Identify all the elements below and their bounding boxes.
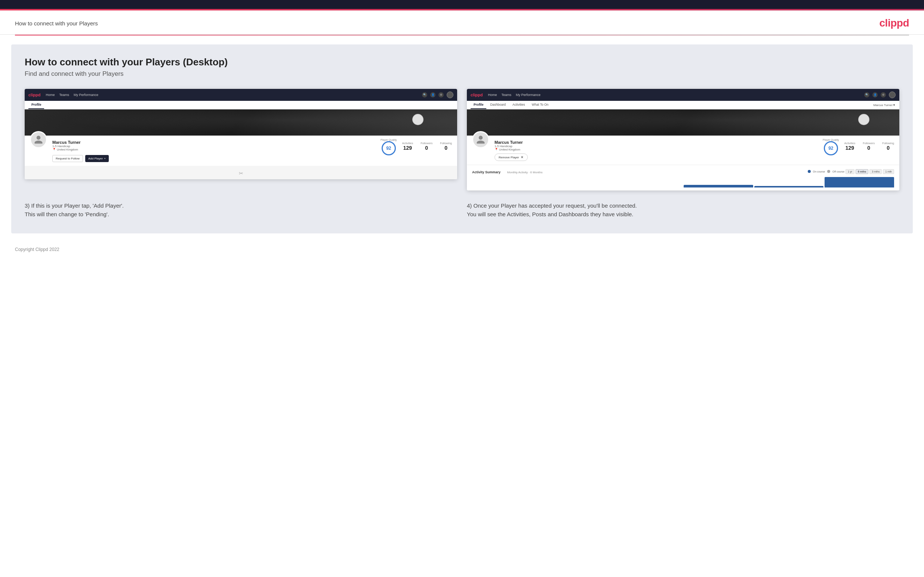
mock-banner-1 [25, 110, 457, 135]
bar-4 [684, 185, 753, 187]
settings-icon-1: ⚙ [438, 92, 444, 97]
mock-profile-2: Marcus Turner 1-5 Handicap 📍 United King… [467, 135, 899, 165]
filter-1mth[interactable]: 1 mth [883, 169, 894, 174]
mock-nav-home-2: Home [488, 93, 497, 97]
filter-3mths[interactable]: 3 mths [869, 169, 882, 174]
player-location-2: 📍 United Kingdom [494, 148, 817, 151]
mock-nav-1: clippd Home Teams My Performance 🔍 👤 ⚙ [25, 89, 457, 101]
player-name-1: Marcus Turner [52, 140, 375, 145]
mock-nav-home-1: Home [45, 93, 55, 97]
nav-avatar-2 [889, 92, 896, 98]
search-icon-1: 🔍 [422, 92, 427, 97]
tab-user-name-2: Marcus Turner ▼ [874, 101, 896, 109]
page-header: How to connect with your Players clippd [0, 10, 924, 35]
nav-avatar-1 [447, 92, 453, 98]
oncourse-legend-dot [808, 170, 811, 173]
main-content: How to connect with your Players (Deskto… [11, 44, 913, 234]
mock-nav-teams-1: Teams [59, 93, 69, 97]
page-header-title: How to connect with your Players [15, 20, 98, 26]
player-avatar-1 [30, 131, 47, 148]
caption-text-2: 4) Once your Player has accepted your re… [467, 201, 899, 219]
followers-stat-1: Followers 0 [420, 142, 433, 151]
caption-block-2: 4) Once your Player has accepted your re… [467, 201, 899, 219]
top-bar-stripe [0, 9, 924, 10]
mock-nav-performance-2: My Performance [516, 93, 541, 97]
screenshots-row: clippd Home Teams My Performance 🔍 👤 ⚙ [25, 89, 899, 190]
mock-stats-1: Activities 129 Followers 0 Following 0 [402, 142, 452, 151]
mock-banner-2 [467, 110, 899, 135]
clippd-logo: clippd [880, 17, 909, 29]
mock-bottom-1: ✂ [25, 166, 457, 179]
caption-text-1: 3) If this is your Player tap, 'Add Play… [25, 201, 457, 219]
mock-nav-teams-2: Teams [501, 93, 511, 97]
activity-title: Activity Summary [472, 170, 501, 174]
banner-circle-1 [412, 114, 423, 125]
activities-stat-1: Activities 129 [402, 142, 414, 151]
settings-icon-2: ⚙ [880, 92, 886, 97]
main-subtitle: Find and connect with your Players [25, 70, 899, 78]
mock-nav-logo-2: clippd [471, 93, 483, 97]
search-icon-2: 🔍 [864, 92, 869, 97]
tab-whattoon-2[interactable]: What To On [529, 101, 552, 109]
tab-activities-2[interactable]: Activities [509, 101, 528, 109]
filter-1yr[interactable]: 1 yr [845, 169, 855, 174]
header-divider [15, 35, 909, 35]
followers-stat-2: Followers 0 [863, 142, 875, 151]
top-bar [0, 0, 924, 10]
bar-5 [754, 186, 824, 187]
quality-label-1: Player Quality [381, 139, 397, 141]
player-handicap-2: 1-5 Handicap [494, 145, 817, 148]
tab-dashboard-2[interactable]: Dashboard [487, 101, 509, 109]
tab-profile-1[interactable]: Profile [28, 101, 44, 109]
mock-activity-2: Activity Summary Monthly Activity · 6 Mo… [467, 165, 899, 190]
mock-nav-icons-2: 🔍 👤 ⚙ [864, 92, 896, 98]
mock-nav-2: clippd Home Teams My Performance 🔍 👤 ⚙ [467, 89, 899, 101]
page-footer: Copyright Clippd 2022 [0, 242, 924, 256]
player-name-2: Marcus Turner [494, 140, 817, 145]
request-follow-button-1[interactable]: Request to Follow [52, 155, 83, 162]
scissors-icon: ✂ [239, 170, 243, 176]
tab-profile-2[interactable]: Profile [471, 101, 486, 109]
user-icon-2: 👤 [872, 92, 878, 97]
filter-6mths[interactable]: 6 mths [856, 169, 869, 174]
mock-nav-links-1: Home Teams My Performance [45, 93, 422, 97]
following-stat-1: Following 0 [440, 142, 452, 151]
mock-buttons-1: Request to Follow Add Player + [52, 155, 375, 162]
add-player-button-1[interactable]: Add Player + [85, 155, 109, 162]
mock-nav-icons-1: 🔍 👤 ⚙ [422, 92, 453, 98]
user-icon-1: 👤 [430, 92, 435, 97]
quality-circle-1: 92 [382, 141, 396, 155]
player-avatar-2 [472, 131, 489, 148]
activities-stat-2: Activities 129 [844, 142, 856, 151]
activity-legend: On course Off course [808, 170, 844, 173]
mock-nav-logo-1: clippd [28, 93, 40, 97]
activity-chart [472, 177, 894, 187]
mock-nav-links-2: Home Teams My Performance [488, 93, 864, 97]
offcourse-legend-dot [827, 170, 830, 173]
following-stat-2: Following 0 [882, 142, 894, 151]
caption-block-1: 3) If this is your Player tap, 'Add Play… [25, 201, 457, 219]
copyright-text: Copyright Clippd 2022 [15, 247, 60, 252]
quality-circle-2: 92 [824, 141, 838, 155]
mock-profile-1: Marcus Turner 1-5 Handicap 📍 United King… [25, 135, 457, 166]
captions-row: 3) If this is your Player tap, 'Add Play… [25, 201, 899, 219]
player-handicap-1: 1-5 Handicap [52, 145, 375, 148]
banner-circle-2 [858, 114, 869, 125]
screenshot-1: clippd Home Teams My Performance 🔍 👤 ⚙ [25, 89, 457, 190]
mock-nav-performance-1: My Performance [74, 93, 98, 97]
bar-6 [825, 177, 894, 187]
activity-filters: On course Off course 1 yr 6 mths 3 mths … [808, 169, 894, 174]
mock-tabs-2: Profile Dashboard Activities What To On … [467, 101, 899, 110]
main-title: How to connect with your Players (Deskto… [25, 56, 899, 68]
mock-app-2: clippd Home Teams My Performance 🔍 👤 ⚙ [467, 89, 899, 190]
quality-label-2: Player Quality [823, 139, 839, 141]
mock-tabs-1: Profile [25, 101, 457, 110]
player-location-1: 📍 United Kingdom [52, 148, 375, 151]
remove-player-button[interactable]: Remove Player ✕ [494, 153, 528, 161]
activity-subtitle: Monthly Activity · 6 Months [507, 171, 543, 174]
mock-stats-2: Activities 129 Followers 0 Following 0 [844, 142, 894, 151]
mock-app-1: clippd Home Teams My Performance 🔍 👤 ⚙ [25, 89, 457, 179]
screenshot-2: clippd Home Teams My Performance 🔍 👤 ⚙ [467, 89, 899, 190]
